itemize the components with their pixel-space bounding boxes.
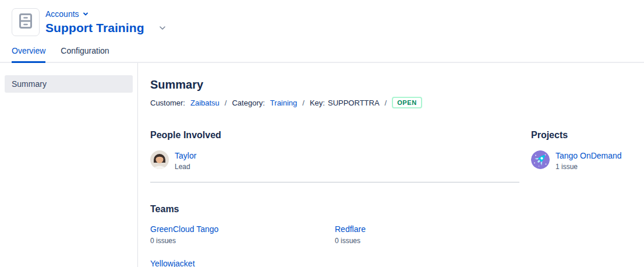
projects-section: Projects [531, 130, 632, 171]
caret-down-icon[interactable] [157, 24, 168, 32]
cabinet-icon [17, 12, 34, 32]
sidebar: Summary [0, 63, 138, 267]
project-rocket-avatar [531, 150, 550, 169]
user-avatar [150, 150, 169, 169]
content-columns: People Involved [150, 130, 632, 267]
team-issue-count: 0 issues [150, 237, 335, 245]
teams-heading: Teams [150, 204, 519, 215]
tab-overview[interactable]: Overview [12, 40, 45, 63]
right-column: Projects [531, 130, 632, 267]
teams-section: Teams GreenCloud Tango 0 issues Redflare… [150, 204, 519, 267]
customer-link[interactable]: Zaibatsu [190, 99, 220, 107]
team-item: GreenCloud Tango 0 issues [150, 224, 335, 245]
tab-configuration[interactable]: Configuration [61, 40, 109, 63]
project-info: Tango OnDemand 1 issue [555, 150, 622, 171]
member-role: Lead [175, 163, 196, 171]
chevron-down-icon[interactable] [82, 10, 89, 17]
member-row: Taylor Lead [150, 150, 519, 171]
title-row: Support Training [45, 21, 168, 35]
section-divider [150, 182, 519, 182]
accounts-page: Accounts Support Training Overview Confi… [0, 0, 644, 267]
team-link[interactable]: GreenCloud Tango [150, 224, 218, 234]
page-header: Accounts Support Training [0, 0, 644, 40]
team-link[interactable]: Yellowjacket [150, 259, 195, 267]
category-link[interactable]: Training [270, 99, 297, 107]
meta-separator: / [225, 99, 227, 107]
main-content: Summary Customer: Zaibatsu / Category: T… [138, 63, 644, 267]
summary-heading: Summary [150, 78, 632, 92]
accounts-app-icon [12, 8, 40, 36]
header-text: Accounts Support Training [45, 8, 168, 35]
left-column: People Involved [150, 130, 519, 267]
member-name-link[interactable]: Taylor [175, 151, 196, 160]
customer-label: Customer: [150, 99, 185, 107]
key-value: SUPPORTTRA [328, 99, 380, 107]
team-link[interactable]: Redflare [335, 224, 366, 234]
member-info: Taylor Lead [175, 150, 196, 171]
project-row: Tango OnDemand 1 issue [531, 150, 632, 171]
people-involved-heading: People Involved [150, 130, 519, 140]
summary-meta: Customer: Zaibatsu / Category: Training … [150, 97, 632, 108]
key-label: Key: [310, 99, 325, 107]
meta-separator: / [385, 99, 387, 107]
status-badge: OPEN [392, 97, 422, 108]
project-issue-count: 1 issue [555, 163, 622, 171]
body-row: Summary Summary Customer: Zaibatsu / Cat… [0, 63, 644, 267]
category-label: Category: [232, 99, 264, 107]
breadcrumb: Accounts [45, 9, 168, 19]
team-item: Redflare 0 issues [335, 224, 519, 245]
breadcrumb-accounts-link[interactable]: Accounts [45, 9, 79, 19]
projects-heading: Projects [531, 130, 632, 140]
tab-bar: Overview Configuration [0, 40, 644, 63]
sidebar-item-summary[interactable]: Summary [5, 75, 133, 93]
team-grid: GreenCloud Tango 0 issues Redflare 0 iss… [150, 224, 519, 267]
page-title: Support Training [45, 21, 144, 35]
team-item: Yellowjacket 0 issues [150, 258, 335, 267]
people-involved-section: People Involved [150, 130, 519, 171]
project-name-link[interactable]: Tango OnDemand [555, 151, 622, 160]
team-issue-count: 0 issues [335, 237, 519, 245]
meta-separator: / [302, 99, 305, 107]
